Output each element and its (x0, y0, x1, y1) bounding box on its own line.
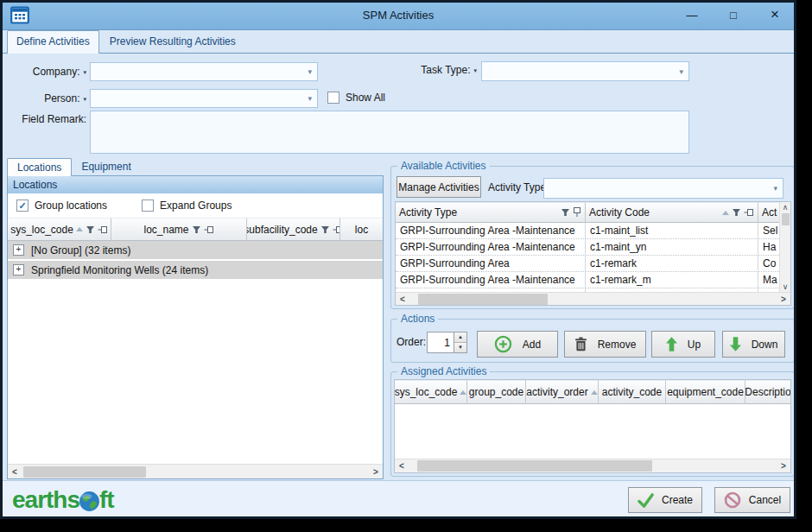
column-label: loc_name (143, 224, 188, 236)
locations-panel: Locations Equipment Locations ✓ Group lo… (7, 158, 384, 479)
scrollbar-thumb[interactable] (418, 294, 548, 305)
column-header-sys-loc-code[interactable]: sys_loc_code (395, 380, 467, 404)
column-header-activity-description[interactable]: Act (758, 202, 779, 223)
actions-caption: Actions (397, 313, 438, 325)
scroll-right-icon[interactable]: > (777, 461, 790, 471)
title-bar[interactable]: SPM Activities — □ × (0, 0, 796, 30)
column-header-activity-code[interactable]: Activity Code (586, 202, 758, 223)
down-button[interactable]: Down (722, 331, 785, 358)
activity-row[interactable]: GRPI-Surrounding Area -Maintenance c1-ma… (396, 239, 779, 256)
column-header-activity-code[interactable]: activity_code (599, 380, 666, 404)
activity-row[interactable]: GRPI-Surrounding Area c1-remark Co (396, 256, 779, 272)
scroll-right-icon[interactable]: > (369, 467, 383, 477)
available-horizontal-scrollbar[interactable]: < > (396, 292, 790, 305)
available-activities-group: Available Activities Manage Activities A… (390, 166, 795, 309)
column-header-sys-loc-code[interactable]: sys_loc_code (8, 218, 111, 241)
chevron-down-icon[interactable]: ▾ (83, 68, 86, 76)
person-select[interactable]: ▾ (90, 89, 318, 108)
tab-define-activities[interactable]: Define Activities (7, 30, 99, 54)
scroll-left-icon[interactable]: < (396, 294, 409, 304)
group-locations-checkbox[interactable]: ✓ (16, 200, 29, 212)
earthsoft-logo: earths ft (12, 486, 114, 514)
scrollbar-thumb[interactable] (417, 460, 652, 472)
activity-type-cell: GRPI-Surrounding Area -Maintenance (396, 223, 586, 238)
cancel-button[interactable]: Cancel (714, 487, 790, 513)
expand-plus-icon[interactable]: + (13, 264, 24, 276)
tab-equipment[interactable]: Equipment (72, 158, 140, 176)
minimize-button[interactable]: — (681, 9, 703, 22)
manage-activities-button[interactable]: Manage Activities (396, 176, 481, 198)
column-header-group-code[interactable]: group_code (467, 380, 526, 404)
expand-groups-checkbox[interactable] (142, 200, 154, 212)
column-header-activity-type[interactable]: Activity Type (396, 202, 586, 223)
assigned-activities-group: Assigned Activities sys_loc_code group_c… (390, 371, 795, 477)
close-button[interactable]: × (764, 6, 786, 23)
column-label: group_code (469, 386, 523, 398)
column-header-activity-order[interactable]: activity_order (526, 380, 599, 404)
tab-preview-resulting-activities[interactable]: Preview Resulting Activities (99, 31, 246, 53)
column-header-loc-name[interactable]: loc_name (111, 218, 247, 241)
assigned-horizontal-scrollbar[interactable]: < > (395, 459, 790, 472)
activity-desc-cell: Co (758, 256, 779, 271)
filter-funnel-icon[interactable] (192, 225, 201, 234)
scroll-right-icon[interactable]: > (777, 294, 790, 304)
expand-groups-label: Expand Groups (160, 200, 232, 212)
column-header-subfacility-code[interactable]: subfacility_code (247, 218, 340, 241)
column-header-equipment-code[interactable]: equipment_code (666, 380, 745, 404)
activity-type-select[interactable]: ▾ (543, 178, 783, 199)
column-label: activity_code (602, 386, 662, 398)
field-remark-input[interactable] (90, 111, 689, 154)
spin-down-icon[interactable]: ▼ (454, 343, 466, 352)
pin-icon[interactable] (573, 207, 581, 218)
order-stepper[interactable]: 1 ▲ ▼ (427, 332, 467, 353)
pin-icon[interactable] (98, 225, 108, 234)
logo-text-right: ft (99, 486, 114, 514)
company-select[interactable]: ▾ (90, 62, 318, 81)
pin-icon[interactable] (744, 208, 754, 217)
activity-type-cell: GRPI-Surrounding Area (396, 256, 586, 271)
scroll-down-icon[interactable]: ∨ (783, 282, 789, 292)
column-header-description[interactable]: Descriptio (745, 380, 790, 404)
activity-row[interactable]: GRPI-Surrounding Area -Maintenance c1-re… (396, 272, 779, 288)
create-button[interactable]: Create (628, 487, 702, 513)
scroll-left-icon[interactable]: < (395, 461, 409, 471)
scroll-up-icon[interactable]: ∧ (783, 202, 789, 212)
sort-ascending-icon (460, 390, 466, 395)
assigned-activities-grid: sys_loc_code group_code activity_order a… (394, 379, 791, 473)
up-button[interactable]: Up (651, 331, 715, 358)
expand-plus-icon[interactable]: + (13, 244, 24, 256)
activity-desc-cell: Ha (758, 239, 779, 255)
chevron-down-icon[interactable]: ▾ (83, 95, 86, 103)
scrollbar-thumb[interactable] (23, 466, 146, 478)
scroll-left-icon[interactable]: < (8, 467, 22, 477)
group-row-springfield[interactable]: + Springfield Monitoring Wells (24 items… (8, 261, 383, 281)
scrollbar-thumb[interactable] (782, 213, 790, 225)
check-icon: ✓ (18, 200, 26, 212)
filter-funnel-icon[interactable] (561, 208, 570, 217)
chevron-down-icon[interactable]: ▾ (473, 66, 477, 74)
maximize-button[interactable]: □ (722, 9, 745, 22)
filter-funnel-icon[interactable] (86, 225, 95, 234)
task-type-label-text: Task Type: (421, 64, 470, 76)
column-header-loc[interactable]: loc (340, 218, 383, 241)
available-vertical-scrollbar[interactable]: ∧ ∨ (779, 202, 790, 292)
show-all-checkbox[interactable] (327, 92, 339, 104)
chevron-down-icon: ▾ (308, 67, 317, 76)
filter-funnel-icon[interactable] (320, 225, 330, 234)
arrow-up-icon (666, 337, 677, 352)
add-button[interactable]: Add (477, 331, 558, 358)
activity-row[interactable]: GRPI-Surrounding Area -Maintenance c1-ma… (396, 223, 779, 239)
pin-icon[interactable] (333, 225, 340, 234)
pin-icon[interactable] (204, 225, 214, 234)
spin-up-icon[interactable]: ▲ (454, 332, 466, 343)
activity-desc-cell: Sel (758, 223, 779, 238)
task-type-select[interactable]: ▾ (481, 61, 689, 81)
assigned-activities-caption: Assigned Activities (397, 365, 490, 377)
remove-button[interactable]: Remove (564, 331, 646, 358)
activity-code-cell: c1-maint_list (586, 223, 758, 238)
tab-locations[interactable]: Locations (7, 158, 72, 176)
filter-funnel-icon[interactable] (732, 208, 741, 217)
activity-code-cell: c1-maint_yn (586, 239, 758, 255)
locations-horizontal-scrollbar[interactable]: < > (8, 464, 383, 478)
group-row-no-group[interactable]: + [No Group] (32 items) (8, 241, 383, 261)
